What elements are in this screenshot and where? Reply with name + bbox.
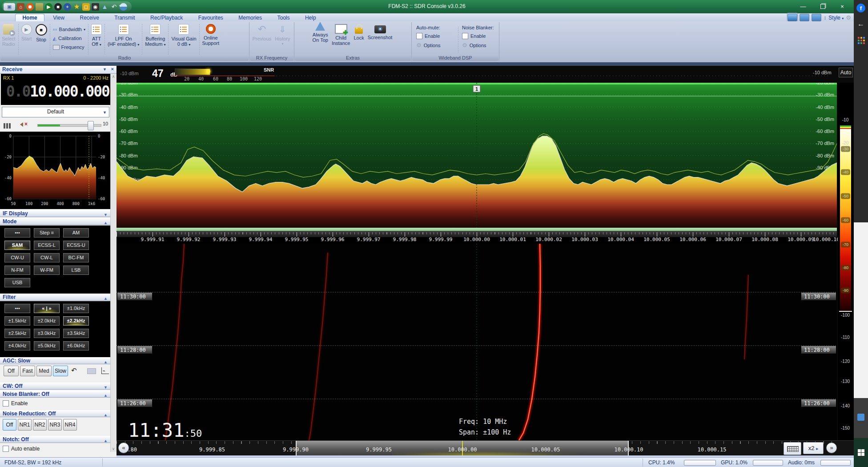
tab-memories[interactable]: Memories bbox=[232, 14, 269, 22]
tab-tools[interactable]: Tools bbox=[270, 14, 296, 22]
tab-transmit[interactable]: Transmit bbox=[108, 14, 141, 22]
agc-graph-icon[interactable]: ⌁ bbox=[101, 367, 109, 374]
select-radio-button[interactable]: ▶ SelectRadio bbox=[0, 22, 17, 47]
filter-button-[interactable]: « | » bbox=[34, 304, 60, 313]
mute-speaker-icon[interactable]: × bbox=[18, 121, 28, 129]
notch-auto-enable-checkbox[interactable]: Auto enable bbox=[3, 445, 40, 452]
section-noise-reduction[interactable]: Noise Reduction: Off▲ bbox=[0, 410, 110, 417]
mode-button-am[interactable]: AM bbox=[63, 228, 89, 238]
volume-thumb[interactable] bbox=[88, 121, 94, 130]
panel-close-icon[interactable]: × bbox=[111, 66, 114, 72]
agc-preset-icon[interactable] bbox=[87, 368, 96, 374]
agc-button-off[interactable]: Off bbox=[4, 366, 19, 376]
tab-rec-playback[interactable]: Rec/Playback bbox=[144, 14, 189, 22]
app-grid-icon[interactable] bbox=[856, 36, 865, 44]
profile-dropdown[interactable]: Default ▼ bbox=[2, 107, 109, 117]
spectrum-display[interactable]: -20 dBm-20 dBm-30 dBm-30 dBm-40 dBm-40 d… bbox=[117, 83, 837, 228]
auto-mute-options-button[interactable]: ⚙Options bbox=[416, 41, 454, 49]
document-icon[interactable] bbox=[857, 414, 864, 421]
filter-button-[interactable]: ••• bbox=[4, 304, 30, 313]
if-spectrum-chart[interactable]: 501002004008001k600-20-20-40-40-60-60 bbox=[0, 132, 110, 209]
noise-blanker-enable-checkbox[interactable]: Enable bbox=[462, 32, 494, 40]
minimize-button[interactable]: — bbox=[793, 0, 813, 12]
filter-button-10khz[interactable]: ±1.0kHz bbox=[63, 304, 89, 313]
windows-logo-icon[interactable] bbox=[856, 448, 865, 457]
waterfall-display[interactable]: 11:30:0011:30:0011:28:0011:28:0011:26:00… bbox=[117, 244, 837, 440]
frequency-button[interactable]: Frequency bbox=[51, 43, 87, 52]
section-if-display[interactable]: IF Display▼ bbox=[0, 210, 110, 217]
auto-mute-enable-checkbox[interactable]: Enable bbox=[416, 32, 454, 40]
noise-blanker-options-button[interactable]: ⚙Options bbox=[462, 41, 494, 49]
mode-button-nfm[interactable]: N-FM bbox=[4, 266, 30, 275]
filter-button-22khz[interactable]: ±2.2kHz bbox=[63, 316, 89, 326]
agc-button-slow[interactable]: Slow bbox=[53, 366, 68, 376]
mode-button-step[interactable]: Step ≡ bbox=[34, 228, 60, 238]
nav-scroll-left-button[interactable]: « bbox=[118, 443, 129, 453]
frequency-display[interactable]: RX 1 0 - 2200 Hz 0.010.000.000 bbox=[1, 74, 110, 105]
always-on-top-button[interactable]: AlwaysOn Top bbox=[311, 22, 330, 43]
frequency-digits[interactable]: 0.010.000.000 bbox=[2, 83, 109, 100]
nr-button-nr4[interactable]: NR4 bbox=[63, 419, 77, 431]
tab-favourites[interactable]: Favourites bbox=[192, 14, 230, 22]
facebook-icon[interactable]: f bbox=[856, 4, 865, 12]
online-support-button[interactable]: OnlineSupport bbox=[201, 22, 221, 46]
spinner-icon[interactable]: ↕ bbox=[824, 15, 826, 21]
nr-button-nr3[interactable]: NR3 bbox=[48, 419, 62, 431]
history-button[interactable]: ⇓ History ▾ bbox=[273, 22, 292, 47]
tab-receive[interactable]: Receive bbox=[73, 14, 106, 22]
start-button[interactable]: ▶ Start bbox=[20, 22, 34, 41]
section-notch[interactable]: Notch: Off▲ bbox=[0, 436, 110, 443]
section-filter[interactable]: Filter▲ bbox=[0, 294, 110, 301]
agc-button-med[interactable]: Med bbox=[36, 366, 52, 376]
colorbar-threshold-line[interactable] bbox=[839, 311, 852, 312]
layout-monitor-2-icon[interactable] bbox=[800, 14, 809, 21]
spectrum-frequency-scale[interactable]: 9.999.919.999.929.999.939.999.949.999.95… bbox=[117, 228, 837, 244]
child-instance-button[interactable]: ✚ ChildInstance bbox=[330, 22, 352, 46]
back-arrow-icon[interactable]: ← bbox=[856, 20, 865, 28]
restore-button[interactable] bbox=[813, 0, 832, 12]
waterfall-colorbar[interactable]: -10-20-30-40-50-60-70-80-90-100-110-120-… bbox=[838, 83, 854, 440]
nr-button-off[interactable]: Off bbox=[3, 419, 16, 431]
section-noise-blanker[interactable]: Noise Blanker: Off▲ bbox=[0, 391, 110, 398]
equalizer-icon[interactable] bbox=[4, 121, 12, 129]
section-mode[interactable]: Mode▲ bbox=[0, 218, 110, 225]
mode-button-ecssu[interactable]: ECSS-U bbox=[63, 241, 89, 250]
section-cw[interactable]: CW: Off▼ bbox=[0, 382, 110, 390]
sidebar-scrollbar[interactable]: ∧ ∨ bbox=[110, 74, 117, 452]
section-agc[interactable]: AGC: Slow▲ bbox=[0, 357, 110, 364]
style-dropdown[interactable]: Style ▾ bbox=[828, 15, 844, 21]
att-button[interactable]: ATT Off ▾ bbox=[89, 22, 104, 48]
screenshot-button[interactable]: Screenshot bbox=[366, 22, 394, 40]
visual-gain-button[interactable]: Visual Gain 0 dB ▾ bbox=[169, 22, 198, 48]
layout-monitor-1-icon[interactable] bbox=[788, 14, 797, 21]
filter-button-30khz[interactable]: ±3.0kHz bbox=[34, 329, 60, 338]
filter-button-50khz[interactable]: ±5.0kHz bbox=[34, 341, 60, 350]
filter-button-60khz[interactable]: ±6.0kHz bbox=[63, 341, 89, 350]
mode-button-sam[interactable]: SAM bbox=[4, 241, 30, 250]
nav-scroll-right-button[interactable]: » bbox=[826, 443, 837, 453]
mode-button-[interactable]: ••• bbox=[4, 228, 30, 238]
filter-button-15khz[interactable]: ±1.5kHz bbox=[4, 316, 30, 326]
mode-button-ecssl[interactable]: ECSS-L bbox=[34, 241, 60, 250]
volume-slider[interactable] bbox=[37, 124, 101, 127]
agc-button-fast[interactable]: Fast bbox=[20, 366, 35, 376]
previous-button[interactable]: ↶ Previous bbox=[250, 22, 273, 41]
filter-button-35khz[interactable]: ±3.5kHz bbox=[63, 329, 89, 338]
close-button[interactable]: × bbox=[832, 0, 852, 12]
scroll-up-icon[interactable]: ∧ bbox=[111, 74, 116, 80]
stop-button[interactable]: ■ Stop bbox=[34, 22, 49, 42]
tab-view[interactable]: View bbox=[46, 14, 71, 22]
mode-button-cwl[interactable]: CW-L bbox=[34, 253, 60, 262]
mode-button-cwu[interactable]: CW-U bbox=[4, 253, 30, 262]
mode-button-wfm[interactable]: W-FM bbox=[34, 266, 60, 275]
tab-home[interactable]: Home bbox=[15, 14, 44, 22]
mode-button-bcfm[interactable]: BC-FM bbox=[63, 253, 89, 262]
bandwidth-button[interactable]: ᱿᱿ Bandwidth▾ bbox=[51, 25, 87, 34]
calibration-button[interactable]: ◭ Calibration bbox=[51, 34, 87, 43]
filter-button-25khz[interactable]: ±2.5kHz bbox=[4, 329, 30, 338]
layout-monitor-3-icon[interactable] bbox=[812, 14, 821, 21]
scroll-down-icon[interactable]: ∨ bbox=[111, 446, 116, 452]
nav-zoom-button[interactable]: x2 ▸ bbox=[803, 442, 824, 454]
mode-button-usb[interactable]: USB bbox=[4, 278, 30, 287]
nr-button-nr2[interactable]: NR2 bbox=[33, 419, 47, 431]
